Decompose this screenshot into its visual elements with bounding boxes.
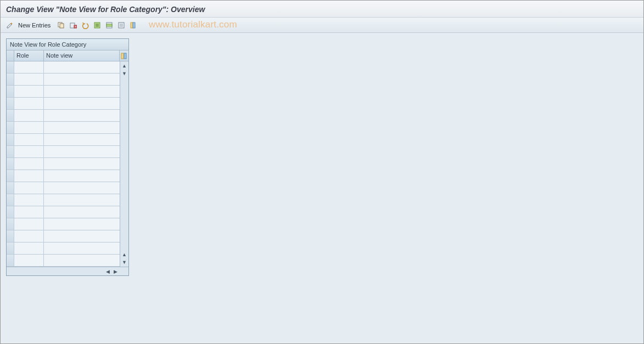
svg-rect-8 bbox=[131, 22, 133, 28]
column-config-icon[interactable] bbox=[120, 50, 128, 61]
table-row[interactable] bbox=[7, 86, 120, 98]
cell-role[interactable] bbox=[14, 170, 44, 182]
cell-role[interactable] bbox=[14, 194, 44, 206]
table-row[interactable] bbox=[7, 194, 120, 206]
toolbar: New Entries bbox=[1, 18, 643, 33]
table-row[interactable] bbox=[7, 74, 120, 86]
column-header-note-view[interactable]: Note view bbox=[44, 50, 120, 61]
table-row[interactable] bbox=[7, 218, 120, 230]
cell-role[interactable] bbox=[14, 218, 44, 230]
svg-rect-6 bbox=[107, 24, 112, 26]
row-selector[interactable] bbox=[7, 158, 14, 170]
vertical-scrollbar[interactable]: ▲ ▼ ▲ ▼ bbox=[120, 61, 128, 267]
delete-icon[interactable] bbox=[68, 20, 78, 30]
cell-note-view[interactable] bbox=[44, 146, 120, 157]
cell-role[interactable] bbox=[14, 86, 44, 97]
cell-role[interactable] bbox=[14, 182, 44, 194]
cell-role[interactable] bbox=[14, 158, 44, 170]
table-row[interactable] bbox=[7, 182, 120, 194]
scroll-up-end-icon[interactable]: ▲ bbox=[121, 251, 128, 258]
table-row[interactable] bbox=[7, 146, 120, 158]
column-header-role[interactable]: Role bbox=[14, 50, 44, 61]
scroll-down-end-icon[interactable]: ▼ bbox=[121, 259, 128, 266]
row-selector[interactable] bbox=[7, 61, 14, 73]
cell-note-view[interactable] bbox=[44, 98, 120, 109]
cell-role[interactable] bbox=[14, 146, 44, 157]
table-row[interactable] bbox=[7, 243, 120, 255]
table-header: Role Note view bbox=[7, 50, 128, 61]
table-row[interactable] bbox=[7, 134, 120, 146]
row-selector[interactable] bbox=[7, 243, 14, 254]
cell-note-view[interactable] bbox=[44, 243, 120, 254]
cell-role[interactable] bbox=[14, 74, 44, 85]
copy-as-icon[interactable] bbox=[56, 20, 66, 30]
table-row[interactable] bbox=[7, 110, 120, 122]
cell-note-view[interactable] bbox=[44, 170, 120, 182]
cell-role[interactable] bbox=[14, 243, 44, 254]
table-row[interactable] bbox=[7, 122, 120, 134]
cell-note-view[interactable] bbox=[44, 206, 120, 218]
table-row[interactable] bbox=[7, 230, 120, 243]
row-selector[interactable] bbox=[7, 182, 14, 194]
select-block-icon[interactable] bbox=[104, 20, 114, 30]
table-title: Note View for Role Category bbox=[7, 39, 128, 50]
cell-note-view[interactable] bbox=[44, 122, 120, 133]
cell-note-view[interactable] bbox=[44, 134, 120, 145]
row-selector[interactable] bbox=[7, 206, 14, 218]
table-row[interactable] bbox=[7, 206, 120, 218]
row-selector[interactable] bbox=[7, 218, 14, 230]
scroll-right-icon[interactable]: ▶ bbox=[112, 268, 119, 275]
select-all-column-header[interactable] bbox=[7, 50, 14, 61]
cell-role[interactable] bbox=[14, 206, 44, 218]
cell-note-view[interactable] bbox=[44, 182, 120, 194]
row-selector[interactable] bbox=[7, 110, 14, 121]
cell-note-view[interactable] bbox=[44, 255, 120, 266]
cell-role[interactable] bbox=[14, 110, 44, 121]
cell-note-view[interactable] bbox=[44, 61, 120, 73]
row-selector[interactable] bbox=[7, 98, 14, 109]
scroll-left-icon[interactable]: ◀ bbox=[104, 268, 111, 275]
svg-rect-1 bbox=[60, 24, 64, 28]
select-all-icon[interactable] bbox=[92, 20, 102, 30]
row-selector[interactable] bbox=[7, 194, 14, 206]
cell-role[interactable] bbox=[14, 61, 44, 73]
table-row[interactable] bbox=[7, 158, 120, 170]
cell-note-view[interactable] bbox=[44, 110, 120, 121]
toggle-change-mode-icon[interactable] bbox=[5, 20, 15, 30]
deselect-all-icon[interactable] bbox=[116, 20, 126, 30]
row-selector[interactable] bbox=[7, 170, 14, 182]
cell-note-view[interactable] bbox=[44, 86, 120, 97]
new-entries-button[interactable]: New Entries bbox=[17, 20, 54, 30]
cell-note-view[interactable] bbox=[44, 230, 120, 242]
scroll-up-icon[interactable]: ▲ bbox=[121, 63, 128, 69]
table-body: ▲ ▼ ▲ ▼ bbox=[7, 61, 128, 267]
cell-role[interactable] bbox=[14, 122, 44, 133]
cell-note-view[interactable] bbox=[44, 158, 120, 170]
cell-role[interactable] bbox=[14, 134, 44, 145]
horizontal-scrollbar[interactable]: ◀ ▶ bbox=[7, 267, 128, 275]
table-row[interactable] bbox=[7, 170, 120, 182]
cell-note-view[interactable] bbox=[44, 74, 120, 85]
cell-note-view[interactable] bbox=[44, 194, 120, 206]
table-row[interactable] bbox=[7, 61, 120, 74]
row-selector[interactable] bbox=[7, 255, 14, 266]
row-selector[interactable] bbox=[7, 74, 14, 85]
row-selector[interactable] bbox=[7, 230, 14, 242]
configure-columns-icon[interactable] bbox=[128, 20, 138, 30]
cell-role[interactable] bbox=[14, 98, 44, 109]
row-selector[interactable] bbox=[7, 146, 14, 157]
row-selector[interactable] bbox=[7, 122, 14, 133]
table-row[interactable] bbox=[7, 98, 120, 110]
scroll-down-icon[interactable]: ▼ bbox=[121, 70, 128, 77]
row-selector[interactable] bbox=[7, 86, 14, 97]
svg-rect-11 bbox=[124, 53, 126, 59]
content-area: Note View for Role Category Role Note vi… bbox=[1, 33, 643, 344]
undo-icon[interactable] bbox=[80, 20, 90, 30]
table-row[interactable] bbox=[7, 255, 120, 267]
cell-role[interactable] bbox=[14, 230, 44, 242]
cell-note-view[interactable] bbox=[44, 218, 120, 230]
page-title: Change View "Note View for Role Category… bbox=[1, 1, 643, 18]
row-selector[interactable] bbox=[7, 134, 14, 145]
cell-role[interactable] bbox=[14, 255, 44, 266]
table-container: Note View for Role Category Role Note vi… bbox=[6, 38, 129, 276]
